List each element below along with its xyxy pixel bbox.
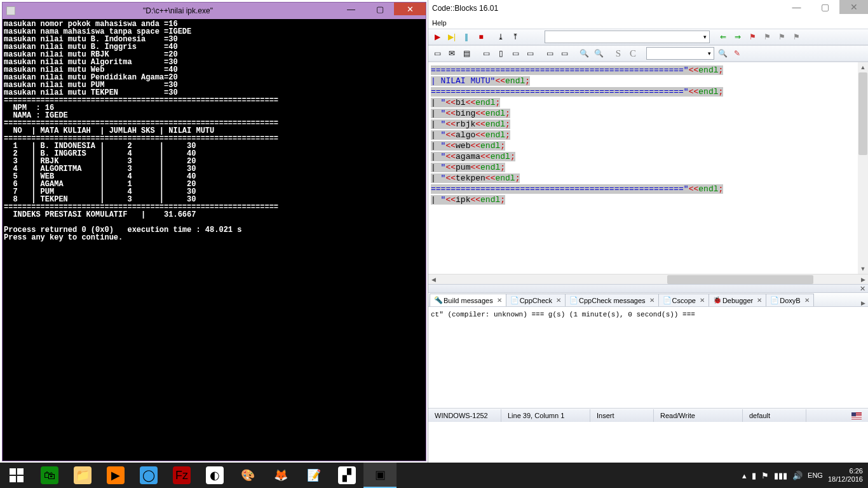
panel-close-icon[interactable]: ✕ [860,285,865,293]
log-tab-cppcheck-messages[interactable]: 📄CppCheck messages✕ [565,294,659,306]
pause-icon[interactable]: ‖ [460,30,473,43]
flag-red-icon[interactable]: ⚑ [746,30,759,43]
cb-maximize-button[interactable]: ▢ [811,0,839,14]
zoom-in-icon[interactable]: 🔍 [578,47,590,60]
c-icon[interactable]: C [627,47,639,60]
panel-splitter[interactable]: ✕ [428,284,868,293]
taskbar-console[interactable]: ▣ [363,463,397,488]
forward-icon[interactable]: ⇒ [731,30,744,43]
horizontal-scrollbar[interactable]: ◀ ▶ [428,274,868,284]
run-to-cursor-icon[interactable]: ▶| [445,30,458,43]
cb-menubar: Help [428,17,868,29]
tab-close-icon[interactable]: ✕ [497,297,502,304]
step-out-icon[interactable]: ⤒ [509,30,522,43]
cb-close-button[interactable]: ✕ [839,0,868,14]
maximize-button[interactable]: ▢ [365,3,394,15]
s-icon[interactable]: S [612,47,625,60]
scroll-down-icon[interactable]: ▼ [858,264,868,274]
explorer-icon: 📁 [74,466,92,484]
status-position: Line 39, Column 1 [501,409,590,422]
tool-icon[interactable]: ✎ [731,47,743,60]
taskbar-explorer[interactable]: 📁 [66,463,99,488]
close-button[interactable]: ✕ [394,3,426,15]
log-tab-cppcheck[interactable]: 📄CppCheck✕ [506,294,566,306]
clock-date: 18/12/2016 [828,475,863,484]
action-icon[interactable]: ⚑ [761,471,769,480]
flag-icon [851,412,862,419]
search-combo[interactable] [646,47,714,60]
vertical-scrollbar[interactable]: ▲ ▼ [858,62,868,274]
taskbar-notepad[interactable]: 📝 [297,463,330,488]
tab-close-icon[interactable]: ✕ [556,297,561,304]
tab-close-icon[interactable]: ✕ [804,297,810,304]
split-h-icon[interactable]: ▭ [480,47,492,60]
console-app-icon [6,6,15,15]
windows-logo-icon [10,468,24,482]
taskbar-paint[interactable]: 🎨 [231,463,264,488]
menu-help[interactable]: Help [432,19,447,27]
taskbar-chrome[interactable]: ◐ [198,463,231,488]
console-window: "D:\c++\nilai ipk.exe" — ▢ ✕ masukan nom… [2,2,426,461]
rect1-icon[interactable]: ▭ [509,47,522,60]
status-readwrite: Read/Write [654,409,743,422]
tab-icon: 🐞 [713,297,721,304]
media-player-icon: ▶ [107,466,125,484]
rect4-icon[interactable]: ▭ [558,47,571,60]
cb-minimize-button[interactable]: — [782,0,811,14]
log-tab-doxyb[interactable]: 📄DoxyB✕ [766,294,813,306]
taskbar-app1[interactable]: ▞ [330,463,363,488]
log-output[interactable]: ct" (compiler: unknown) === g(s) (1 minu… [428,307,868,409]
taskbar-media-player[interactable]: ▶ [99,463,132,488]
rect3-icon[interactable]: ▭ [543,47,556,60]
code-editor[interactable]: ========================================… [428,62,868,274]
taskbar-filezilla[interactable]: Fz [165,463,198,488]
minimize-button[interactable]: — [337,3,365,15]
block-icon[interactable]: ▭ [431,47,444,60]
vscroll-thumb[interactable] [858,72,867,155]
cb-titlebar[interactable]: Code::Blocks 16.01 — ▢ ✕ [428,0,868,17]
scroll-right-icon[interactable]: ▶ [858,274,868,285]
log-tab-cscope[interactable]: 📄Cscope✕ [658,294,709,306]
rect2-icon[interactable]: ▭ [524,47,536,60]
hscroll-thumb[interactable] [667,275,813,284]
split-v-icon[interactable]: ▯ [494,47,507,60]
firefox-icon: 🦊 [272,466,290,484]
console-output[interactable]: masukan nomor pokok mahasiswa anda =16 m… [3,19,426,461]
tray-up-icon[interactable]: ▴ [742,471,747,480]
mail-icon[interactable]: ✉ [445,47,458,60]
log-tab-debugger[interactable]: 🐞Debugger✕ [709,294,766,306]
clock[interactable]: 6:26 18/12/2016 [828,467,863,484]
back-icon[interactable]: ⇐ [717,30,729,43]
taskbar-firefox[interactable]: 🦊 [264,463,297,488]
target-combo[interactable] [545,30,710,43]
stop-icon[interactable]: ■ [475,30,487,43]
flag-clear-icon[interactable]: ⚑ [790,30,803,43]
volume-icon[interactable]: 🔊 [792,471,803,480]
tab-close-icon[interactable]: ✕ [649,297,654,304]
status-profile: default [743,409,806,422]
log-tab-build-messages[interactable]: 🔦Build messages✕ [430,294,506,306]
cb-toolbar-2: ▭ ✉ ▤ ▭ ▯ ▭ ▭ ▭ ▭ 🔍 🔍 S C 🔍 ✎ [428,45,868,62]
scroll-up-icon[interactable]: ▲ [858,62,868,72]
step-icon[interactable]: ⤓ [494,30,507,43]
tab-close-icon[interactable]: ✕ [700,297,705,304]
tabs-overflow-icon[interactable]: ▶ [858,300,868,306]
search-small-icon[interactable]: 🔍 [716,47,729,60]
taskbar-store[interactable]: 🛍 [33,463,66,488]
doc-icon[interactable]: ▤ [460,47,473,60]
language-indicator[interactable]: ENG [808,471,823,479]
taskbar-opera[interactable]: ◯ [132,463,165,488]
flag-prev-icon[interactable]: ⚑ [761,30,773,43]
taskbar-start[interactable] [0,463,33,488]
store-icon: 🛍 [41,466,58,484]
debug-run-icon[interactable]: ▶ [431,30,444,43]
tab-icon: 📄 [663,297,670,304]
battery-icon[interactable]: ▮ [752,471,756,480]
taskbar: 🛍📁▶◯Fz◐🎨🦊📝▞▣ ▴ ▮ ⚑ ▮▮▮ 🔊 ENG 6:26 18/12/… [0,463,868,488]
flag-next-icon[interactable]: ⚑ [775,30,788,43]
zoom-out-icon[interactable]: 🔍 [592,47,605,60]
tab-close-icon[interactable]: ✕ [757,297,762,304]
network-icon[interactable]: ▮▮▮ [774,471,787,480]
scroll-left-icon[interactable]: ◀ [428,274,438,285]
console-titlebar[interactable]: "D:\c++\nilai ipk.exe" — ▢ ✕ [3,3,426,19]
